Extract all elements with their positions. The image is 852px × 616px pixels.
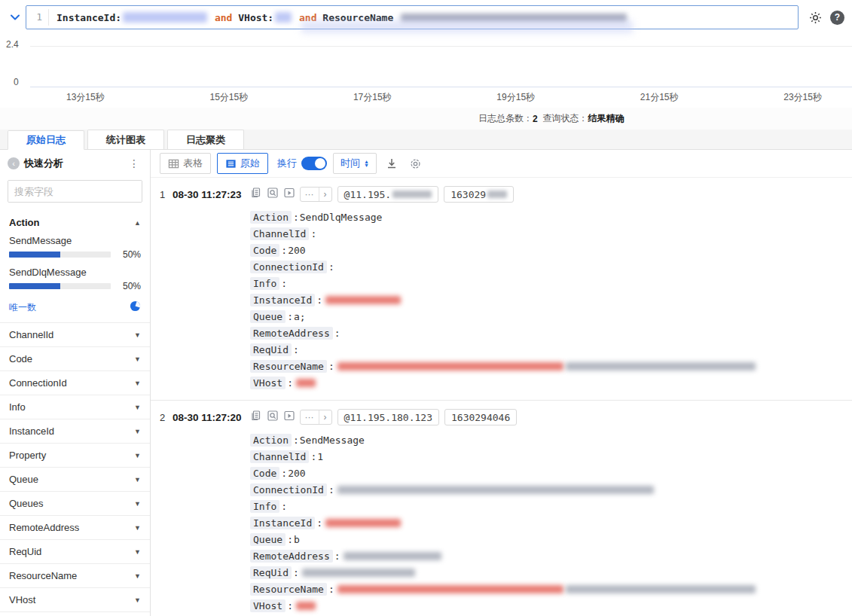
log-tag-chip[interactable]: @11.195.180.123: [337, 409, 439, 425]
log-field-key[interactable]: Code: [250, 244, 279, 257]
log-tag-chip[interactable]: 163029: [444, 186, 514, 203]
chevron-down-icon[interactable]: [5, 7, 26, 28]
log-field-key[interactable]: ReqUid: [250, 343, 292, 356]
copy-log-icon[interactable]: [250, 410, 262, 425]
sidebar-title: 快速分析: [24, 157, 126, 170]
log-timestamp: 08-30 11:27:20: [173, 412, 242, 423]
log-field-key[interactable]: ResourceName: [250, 360, 327, 373]
field-search-input[interactable]: [8, 181, 142, 202]
help-icon[interactable]: ?: [830, 11, 844, 25]
log-field-row: Action:SendMessage: [250, 432, 843, 448]
log-field-colon: :: [287, 377, 293, 389]
context-view-icon[interactable]: [267, 410, 279, 425]
query-state-label: 查询状态：: [542, 112, 588, 125]
sidebar-field-Code[interactable]: Code▼: [0, 346, 150, 371]
time-sort-button[interactable]: 时间 ▲▼: [333, 153, 377, 174]
log-field-colon: :: [281, 501, 287, 512]
log-field-colon: :: [293, 212, 299, 223]
pie-chart-icon[interactable]: [130, 300, 141, 315]
query-state-value: 结果精确: [588, 112, 624, 125]
field-value-item[interactable]: SendDlqMessage50%: [0, 264, 150, 296]
field-value-item[interactable]: SendMessage50%: [0, 233, 150, 264]
log-field-row: Queue:b: [250, 531, 843, 547]
field-section-action[interactable]: Action ▲: [0, 210, 150, 233]
raw-view-button[interactable]: 原始: [217, 153, 268, 174]
log-field-key[interactable]: ReqUid: [250, 566, 292, 579]
context-view-icon[interactable]: [267, 187, 279, 202]
log-field-value: 200: [288, 468, 305, 479]
log-field-key[interactable]: RemoteAddress: [250, 550, 333, 563]
line-number: 1: [26, 9, 49, 26]
sidebar-field-InstanceId[interactable]: InstanceId▼: [0, 419, 150, 443]
livetail-icon[interactable]: [283, 187, 295, 202]
sidebar-field-VHost[interactable]: VHost▼: [0, 587, 150, 611]
redacted-field-value: [344, 552, 441, 560]
log-field-key[interactable]: ChannelId: [250, 227, 309, 240]
download-icon[interactable]: [383, 154, 401, 172]
redacted-query-value: [123, 12, 207, 23]
sidebar-field-label: ConnectionId: [9, 377, 67, 389]
log-field-key[interactable]: Info: [250, 500, 279, 513]
log-field-key[interactable]: ChannelId: [250, 450, 309, 463]
log-field-key[interactable]: InstanceId: [250, 517, 315, 529]
log-field-row: Info:: [250, 275, 843, 291]
sidebar-field-ConnectionId[interactable]: ConnectionId▼: [0, 371, 150, 395]
expand-log-button[interactable]: ›: [319, 410, 331, 424]
log-field-key[interactable]: Queue: [250, 310, 286, 323]
log-field-key[interactable]: VHost: [250, 377, 286, 389]
log-field-key[interactable]: InstanceId: [250, 294, 315, 306]
collapse-sidebar-icon[interactable]: ‹: [8, 157, 20, 169]
log-tag-chip[interactable]: @11.195.: [337, 186, 439, 203]
log-field-key[interactable]: Action: [250, 434, 292, 447]
log-field-row: RemoteAddress:: [250, 547, 843, 564]
query-token: VHost:: [238, 12, 273, 23]
unique-count-link[interactable]: 唯一数: [9, 301, 36, 314]
table-view-button[interactable]: 表格: [160, 153, 211, 174]
tab-日志聚类[interactable]: 日志聚类: [167, 130, 244, 149]
sidebar-field-Info[interactable]: Info▼: [0, 395, 150, 419]
more-actions-button[interactable]: ···: [301, 410, 319, 424]
log-field-colon: :: [316, 294, 322, 306]
sidebar-field-ReqUid[interactable]: ReqUid▼: [0, 539, 150, 563]
log-field-key[interactable]: ResourceName: [250, 583, 327, 596]
query-token: InstanceId:: [56, 12, 121, 23]
log-field-key[interactable]: RemoteAddress: [250, 327, 333, 340]
raw-logs-panel: 表格 原始 换行 时间 ▲▼: [151, 150, 852, 616]
log-field-key[interactable]: Action: [250, 211, 292, 224]
log-timestamp: 08-30 11:27:23: [173, 189, 242, 200]
sidebar-field-Queues[interactable]: Queues▼: [0, 491, 150, 515]
caret-down-icon: ▼: [134, 380, 141, 387]
sidebar-field-RemoteAddress[interactable]: RemoteAddress▼: [0, 515, 150, 539]
log-field-key[interactable]: Info: [250, 277, 279, 290]
query-text[interactable]: InstanceId: and VHost: and ResourceName: [49, 12, 628, 23]
expand-log-button[interactable]: ›: [319, 188, 331, 201]
sidebar-field-__tag__:__receive_time__[interactable]: __tag__:__receive_time__▼: [0, 611, 150, 616]
log-field-key[interactable]: Code: [250, 467, 279, 480]
livetail-icon[interactable]: [283, 410, 295, 425]
caret-down-icon: ▼: [134, 355, 141, 363]
log-field-key[interactable]: Queue: [250, 533, 286, 546]
log-tag-chip[interactable]: 1630294046: [444, 409, 517, 425]
log-field-value: b: [294, 534, 300, 545]
gear-icon[interactable]: [407, 154, 425, 172]
log-fields: Action:SendMessageChannelId:1Code:200Con…: [250, 432, 843, 614]
tab-统计图表[interactable]: 统计图表: [87, 130, 164, 149]
query-editor[interactable]: 1 InstanceId: and VHost: and ResourceNam…: [26, 5, 799, 29]
sidebar-field-Queue[interactable]: Queue▼: [0, 467, 150, 491]
x-axis-line: [30, 87, 852, 87]
kebab-menu-icon[interactable]: ⋮: [126, 157, 142, 169]
redacted-tag-value: [392, 191, 432, 198]
sidebar-field-Property[interactable]: Property▼: [0, 443, 150, 467]
more-actions-button[interactable]: ···: [301, 188, 319, 201]
y-axis-min-label: 0: [14, 77, 19, 87]
settings-icon[interactable]: [806, 8, 824, 26]
sidebar-field-ChannelId[interactable]: ChannelId▼: [0, 322, 150, 346]
tab-原始日志[interactable]: 原始日志: [8, 130, 84, 150]
log-field-key[interactable]: VHost: [250, 599, 286, 612]
caret-down-icon: ▼: [134, 452, 141, 459]
copy-log-icon[interactable]: [250, 187, 262, 202]
wrap-toggle[interactable]: [301, 157, 327, 170]
log-field-key[interactable]: ConnectionId: [250, 483, 327, 496]
sidebar-field-ResourceName[interactable]: ResourceName▼: [0, 563, 150, 587]
log-field-key[interactable]: ConnectionId: [250, 261, 327, 273]
